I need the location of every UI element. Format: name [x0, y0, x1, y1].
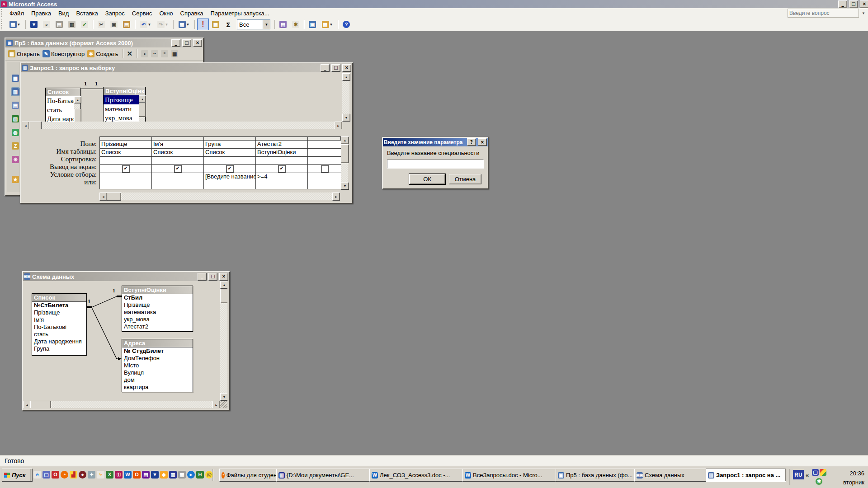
run-query-button[interactable]: !: [197, 19, 209, 30]
language-indicator[interactable]: RU: [793, 470, 804, 479]
ask-question-dropdown-icon[interactable]: ▼: [859, 11, 868, 15]
taskbar-task-word1[interactable]: W Лек_СОЗ_Access3.doc -...: [369, 469, 464, 482]
grid-cell-table[interactable]: Список: [100, 149, 151, 157]
save-button[interactable]: ▼: [28, 19, 40, 30]
delete-object-button[interactable]: ✕: [127, 50, 133, 58]
schema-field[interactable]: Місто: [122, 362, 193, 369]
scroll-left-icon[interactable]: ◄: [99, 192, 107, 201]
grid-cell-show[interactable]: [308, 165, 342, 173]
scroll-up-icon[interactable]: ▲: [341, 136, 349, 144]
restore-button[interactable]: □: [849, 0, 858, 8]
field-item-selected[interactable]: Прізвище: [104, 95, 139, 104]
show-checkbox[interactable]: ✓: [175, 165, 181, 172]
grid-cell-show[interactable]: ✓: [100, 165, 151, 173]
redo-button[interactable]: ↷▼: [155, 19, 171, 30]
database-window-button[interactable]: ▣: [307, 19, 318, 30]
queries-object-icon[interactable]: ▥: [12, 88, 19, 95]
grid-cell-field[interactable]: Група: [204, 141, 255, 149]
grid-column-2[interactable]: Ім'я Список ✓: [151, 141, 203, 189]
relationships-minimize-button[interactable]: _: [198, 273, 207, 281]
grid-cell-or[interactable]: [308, 181, 342, 189]
taskbar-task-explorer[interactable]: ▥ {D:\Мои документы\GE...: [276, 469, 371, 482]
cut-button[interactable]: ✂: [95, 19, 107, 30]
top-values-combo[interactable]: Все ▼: [237, 19, 270, 29]
grid-hscrollbar[interactable]: ◄ ►: [99, 192, 340, 200]
flash-app-icon[interactable]: ϟ: [97, 471, 104, 479]
menu-query[interactable]: Запрос: [102, 9, 128, 18]
field-list-spisok-header[interactable]: Список: [46, 88, 80, 96]
grid-cell-sort[interactable]: [256, 157, 307, 165]
grid-cell-field[interactable]: [308, 141, 342, 149]
field-item[interactable]: математи: [104, 104, 139, 113]
small-icons-view-button[interactable]: ▪▪: [151, 50, 158, 57]
scroll-right-icon[interactable]: ►: [212, 401, 220, 408]
forms-object-icon[interactable]: ▤: [12, 102, 19, 109]
grid-cell-sort[interactable]: [152, 157, 203, 165]
new-object-db-button[interactable]: ✱Создать: [87, 50, 118, 57]
modules-object-icon[interactable]: ✳: [12, 156, 19, 163]
menu-tools[interactable]: Сервис: [128, 9, 156, 18]
messenger-icon[interactable]: ◆: [160, 471, 168, 479]
relationships-close-button[interactable]: ×: [219, 273, 228, 281]
large-icons-view-button[interactable]: ▪: [141, 50, 148, 57]
scroll-down-icon[interactable]: ▼: [341, 182, 349, 190]
schema-field[interactable]: математика: [122, 309, 193, 316]
taskbar-task-database[interactable]: ▣ Пр5 : база данных (фо...: [556, 469, 636, 482]
cancel-button[interactable]: Отмена: [449, 174, 481, 184]
tray-gear-icon[interactable]: ✱: [816, 478, 822, 485]
schema-table-adresa[interactable]: Адреса № СтудБилет ДомТелефон Місто Вули…: [122, 339, 193, 392]
grid-cell-show[interactable]: ✓: [204, 165, 255, 173]
scroll-down-icon[interactable]: ▼: [220, 393, 227, 401]
schema-field[interactable]: Прізвище: [32, 309, 86, 316]
menu-startup-options[interactable]: Параметры запуска...: [207, 9, 273, 18]
grid-cell-or[interactable]: [204, 181, 255, 189]
firefox-icon[interactable]: ◔: [61, 471, 68, 479]
ask-question-input[interactable]: [788, 9, 859, 18]
grid-column-4[interactable]: Атестат2 ВступніОцінки ✓ >=4: [255, 141, 307, 189]
show-desktop-icon[interactable]: ▢: [42, 471, 50, 479]
media-player-icon[interactable]: ▸: [187, 471, 195, 479]
grid-column-1[interactable]: Прізвище Список ✓: [99, 141, 151, 189]
schema-table-vstupni[interactable]: ВступніОцінки СтБил Прізвище математика …: [122, 286, 193, 332]
schema-field[interactable]: Атестат2: [122, 323, 193, 330]
tray-clock[interactable]: 20:36: [831, 470, 864, 477]
top-values-combo-dropdown-icon[interactable]: ▼: [263, 20, 270, 29]
field-item[interactable]: стать: [46, 105, 74, 114]
schema-field-pk[interactable]: СтБил: [122, 294, 193, 301]
grid-cell-criteria[interactable]: [152, 173, 203, 181]
field-item[interactable]: По-Батько: [46, 96, 74, 105]
grid-cell-field[interactable]: Прізвище: [100, 141, 151, 149]
relationships-vscrollbar[interactable]: ▲ ▼: [220, 281, 227, 401]
grid-cell-table[interactable]: Список: [204, 149, 255, 157]
menu-view[interactable]: Вид: [55, 9, 73, 18]
menubar-grip[interactable]: [1, 9, 5, 17]
scroll-up-icon[interactable]: ▲: [342, 73, 350, 81]
taskbar-task-query[interactable]: ▥ Запрос1 : запрос на ...: [706, 469, 786, 482]
schema-field[interactable]: ДомТелефон: [122, 355, 193, 362]
winrar-icon[interactable]: ▤: [142, 471, 150, 479]
close-button[interactable]: ×: [860, 0, 868, 8]
list-view-button[interactable]: ≡: [161, 50, 168, 57]
tray-display-icon[interactable]: [820, 469, 826, 476]
schema-field[interactable]: Прізвище: [122, 301, 193, 309]
schema-field[interactable]: дом: [122, 376, 193, 384]
excel-icon[interactable]: X: [106, 471, 113, 479]
show-checkbox[interactable]: ✓: [226, 165, 233, 172]
scroll-up-icon[interactable]: ▲: [139, 95, 146, 103]
new-object-button[interactable]: ▦▼: [319, 19, 335, 30]
taskbar-task-relationships[interactable]: ▣▣ Схема данных: [634, 469, 708, 482]
grid-column-5[interactable]: [307, 141, 342, 189]
copy-button[interactable]: ▣: [108, 19, 120, 30]
relationships-hscrollbar[interactable]: ◄ ►: [23, 401, 220, 408]
undo-button[interactable]: ↶▼: [137, 19, 154, 30]
grid-cell-show[interactable]: ✓: [152, 165, 203, 173]
database-minimize-button[interactable]: _: [171, 39, 180, 47]
show-checkbox[interactable]: [321, 165, 328, 172]
minimize-button[interactable]: _: [838, 0, 847, 8]
design-object-button[interactable]: ✎Конструктор: [42, 50, 85, 57]
relationships-maximize-button[interactable]: □: [208, 273, 217, 281]
schema-table-spisok[interactable]: Список №СтБилета Прізвище Ім'я По-Батько…: [32, 293, 87, 356]
field-list-vstupni-header[interactable]: ВступніОцінки: [104, 87, 145, 95]
grid-vscrollbar[interactable]: ▲ ▼: [341, 136, 348, 190]
schema-field[interactable]: По-Батькові: [32, 324, 86, 331]
